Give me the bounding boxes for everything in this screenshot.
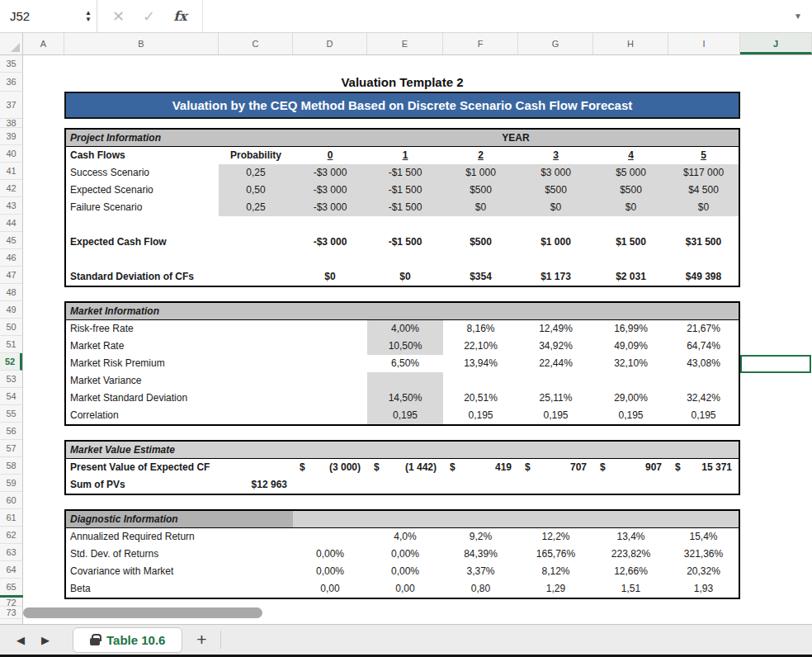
cell[interactable]	[219, 563, 293, 580]
cell[interactable]: 49,09%	[593, 338, 668, 355]
cell[interactable]	[219, 390, 293, 407]
cell[interactable]	[518, 372, 593, 390]
cell[interactable]: 0,00%	[367, 546, 443, 563]
formula-bar-expand-icon[interactable]: ▼	[784, 0, 812, 32]
row-header-63[interactable]: 63	[0, 544, 22, 561]
cell[interactable]: $117 000	[668, 164, 739, 182]
formula-input[interactable]	[203, 0, 784, 32]
column-header-J[interactable]: J	[740, 33, 812, 54]
cell[interactable]: $0	[367, 268, 443, 286]
cell[interactable]	[219, 338, 293, 355]
cell[interactable]	[66, 251, 739, 268]
row-header-36[interactable]: 36	[0, 73, 22, 92]
cell[interactable]: 0,00%	[367, 563, 443, 580]
cell[interactable]: 64,74%	[668, 338, 739, 355]
cell[interactable]	[668, 372, 739, 390]
cell[interactable]: $5 000	[593, 164, 668, 182]
row-header-39[interactable]: 39	[0, 128, 22, 145]
add-sheet-button[interactable]: +	[182, 630, 220, 650]
row-header-44[interactable]: 44	[0, 215, 22, 232]
cell[interactable]: 0,80	[443, 580, 518, 598]
row-header-46[interactable]: 46	[0, 249, 22, 267]
row-header-40[interactable]: 40	[0, 145, 22, 163]
cell[interactable]: 3,37%	[443, 563, 518, 580]
cell[interactable]: 12,49%	[518, 320, 593, 338]
row-header-52[interactable]: 52	[0, 353, 22, 371]
cell[interactable]: $354	[443, 268, 518, 286]
cell[interactable]: -$1 500	[367, 234, 443, 251]
cell[interactable]: YEAR	[293, 130, 739, 146]
cell[interactable]	[219, 372, 293, 390]
cell[interactable]: $707	[518, 459, 593, 476]
cell[interactable]: $0	[518, 199, 593, 216]
cell[interactable]: $500	[443, 182, 518, 199]
cell[interactable]: $3 000	[518, 164, 593, 182]
cell[interactable]	[219, 459, 293, 476]
cell[interactable]: 21,67%	[668, 320, 739, 338]
cell[interactable]: 9,2%	[443, 528, 518, 546]
column-header-F[interactable]: F	[443, 33, 518, 54]
row-header-58[interactable]: 58	[0, 457, 22, 475]
cell[interactable]: Present Value of Expected CF	[66, 459, 219, 476]
column-header-C[interactable]: C	[219, 33, 293, 54]
cell[interactable]: 13,4%	[593, 528, 668, 546]
cell[interactable]: Expected Scenario	[66, 182, 219, 199]
cell[interactable]: Covariance with Market	[66, 563, 219, 580]
cell[interactable]	[293, 320, 367, 338]
cell[interactable]: $1 000	[443, 164, 518, 182]
cell[interactable]: Project Information	[66, 130, 293, 146]
cell[interactable]: $0	[668, 199, 739, 216]
column-header-I[interactable]: I	[668, 33, 740, 54]
select-all-button[interactable]	[0, 33, 23, 54]
row-header-51[interactable]: 51	[0, 336, 22, 353]
stepper-down-icon[interactable]: ▼	[85, 17, 92, 23]
column-header-E[interactable]: E	[367, 33, 443, 54]
sheet-tab-active[interactable]: Table 10.6	[73, 627, 182, 653]
cell[interactable]: -$3 000	[293, 234, 367, 251]
cell[interactable]: -$1 500	[367, 199, 443, 216]
row-header-59[interactable]: 59	[0, 475, 22, 492]
cell[interactable]: 22,10%	[443, 338, 518, 355]
cell[interactable]: 0,00%	[293, 546, 367, 563]
cell[interactable]: 0	[293, 147, 367, 164]
row-header-64[interactable]: 64	[0, 561, 22, 579]
cell[interactable]: 5	[668, 147, 739, 164]
cell[interactable]: Market Risk Premium	[66, 355, 219, 372]
cell[interactable]	[219, 234, 293, 251]
cell[interactable]: 20,51%	[443, 390, 518, 407]
cell[interactable]: 0,195	[593, 407, 668, 424]
cell[interactable]	[219, 355, 293, 372]
row-header-48[interactable]: 48	[0, 284, 22, 301]
cell[interactable]: Failure Scenario	[66, 199, 219, 216]
cell[interactable]: Market Value Estimate	[66, 442, 739, 458]
cell[interactable]	[293, 476, 739, 494]
cell[interactable]: $500	[443, 234, 518, 251]
cell[interactable]: Correlation	[66, 407, 219, 424]
row-header-65[interactable]: 65	[0, 579, 22, 596]
cell[interactable]: 0,25	[219, 199, 293, 216]
cell[interactable]	[293, 528, 367, 546]
row-header-62[interactable]: 62	[0, 527, 22, 544]
row-header-49[interactable]: 49	[0, 301, 22, 319]
cell[interactable]: 29,00%	[593, 390, 668, 407]
cell[interactable]: 14,50%	[367, 390, 443, 407]
column-header-G[interactable]: G	[518, 33, 593, 54]
cell[interactable]: $500	[593, 182, 668, 199]
cell[interactable]: $49 398	[668, 268, 739, 286]
row-header-42[interactable]: 42	[0, 180, 22, 197]
spreadsheet-grid[interactable]: 3536373839404142434445464748495051525354…	[0, 55, 812, 624]
row-header-41[interactable]: 41	[0, 163, 22, 180]
row-header-55[interactable]: 55	[0, 405, 22, 423]
cell[interactable]: $907	[593, 459, 668, 476]
cell[interactable]: 1	[367, 147, 443, 164]
row-header-38[interactable]: 38	[0, 119, 22, 128]
cell[interactable]: 0,00	[367, 580, 443, 598]
row-header-37[interactable]: 37	[0, 92, 22, 119]
cell[interactable]: $500	[518, 182, 593, 199]
cell[interactable]	[219, 528, 293, 546]
cell[interactable]: 4,0%	[367, 528, 443, 546]
cell[interactable]: Market Information	[66, 303, 739, 319]
cell[interactable]: 15,4%	[668, 528, 739, 546]
cell[interactable]: 0,00%	[293, 563, 367, 580]
row-header-72[interactable]: 72	[0, 598, 22, 607]
